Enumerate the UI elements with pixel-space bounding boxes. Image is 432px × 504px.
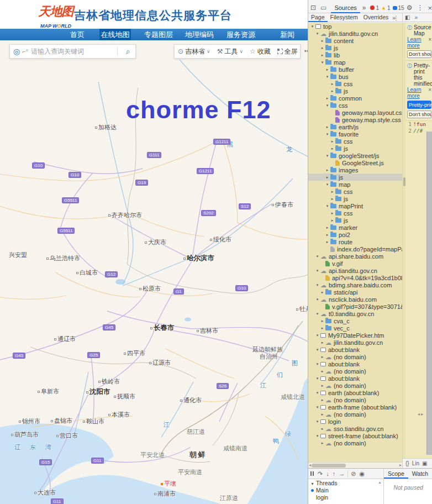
tree-closed-icon[interactable]: ▸ bbox=[330, 89, 335, 93]
tab-filesystem[interactable]: Filesystem bbox=[328, 13, 361, 22]
tree-open-icon[interactable]: ▾ bbox=[315, 405, 320, 410]
close-icon[interactable]: × bbox=[428, 87, 431, 99]
tree-open-icon[interactable]: ▾ bbox=[315, 283, 320, 287]
tree-open-icon[interactable]: ▾ bbox=[315, 434, 320, 438]
hide-navigator-icon[interactable]: ◧ bbox=[403, 14, 412, 20]
tree-item[interactable]: ▾☁api.tianditu.gov.cn bbox=[308, 267, 402, 274]
error-badge[interactable]: 1 bbox=[370, 5, 379, 11]
tree-item[interactable]: ▸js bbox=[308, 174, 402, 181]
settings-gear-icon[interactable]: ⚙ bbox=[404, 4, 415, 12]
thread-item-login[interactable]: login bbox=[308, 494, 383, 501]
messages-badge[interactable]: 15 bbox=[393, 5, 404, 11]
tree-item[interactable]: ▸☁(no domain) bbox=[308, 353, 402, 360]
more-icon[interactable]: » bbox=[412, 14, 420, 20]
tree-item[interactable]: ▸☁(no domain) bbox=[308, 396, 402, 403]
tree-closed-icon[interactable]: ▸ bbox=[320, 427, 325, 431]
tree-item[interactable]: v.gif bbox=[308, 260, 402, 267]
tree-item[interactable]: ▸static/api bbox=[308, 288, 402, 296]
scroll-right-icon[interactable]: ▸ bbox=[399, 463, 402, 468]
tree-item[interactable]: ▾map bbox=[308, 59, 402, 66]
more-button[interactable]: ••• bbox=[301, 48, 308, 55]
tree-item[interactable]: ▸☁jilin.tianditu.gov.cn bbox=[308, 339, 402, 346]
tree-item[interactable]: GoogleStreet.js bbox=[308, 159, 402, 166]
tree-item[interactable]: ▾googleStreet/js bbox=[308, 152, 402, 159]
tree-item[interactable]: ▾login bbox=[308, 418, 402, 425]
tree-item[interactable]: ▸css bbox=[308, 188, 402, 195]
prettyprint-button[interactable]: Pretty-print bbox=[407, 101, 431, 109]
tree-closed-icon[interactable]: ▸ bbox=[320, 384, 325, 388]
nav-item-0[interactable]: 首页 bbox=[64, 29, 91, 40]
tree-item[interactable]: ▾favorite bbox=[308, 130, 402, 138]
tree-item[interactable]: ▸poi2 bbox=[308, 231, 402, 238]
tree-closed-icon[interactable]: ▸ bbox=[325, 168, 330, 172]
tree-item[interactable]: ▾street-frame (about:blank) bbox=[308, 432, 402, 439]
tree-closed-icon[interactable]: ▸ bbox=[320, 39, 325, 43]
step-out-icon[interactable]: ↑ bbox=[331, 470, 338, 477]
more-tabs-icon[interactable]: » bbox=[360, 4, 368, 12]
learn-more-link[interactable]: Learn more bbox=[407, 36, 427, 49]
tree-item[interactable]: ▸buffer bbox=[308, 66, 402, 73]
tree-closed-icon[interactable]: ▸ bbox=[330, 211, 335, 216]
tree-item[interactable]: ▸vec_c bbox=[308, 324, 402, 332]
tree-closed-icon[interactable]: ▸ bbox=[325, 240, 330, 244]
tree-item[interactable]: ▾bus bbox=[308, 73, 402, 80]
search-icon[interactable]: ⌕ bbox=[121, 47, 135, 56]
step-icon[interactable]: → bbox=[337, 470, 346, 477]
tree-item[interactable]: ▸images bbox=[308, 166, 402, 174]
dont-show-button[interactable]: Don't show a bbox=[407, 111, 431, 118]
threads-header[interactable]: ▼Threads bbox=[308, 479, 383, 487]
tab-watch[interactable]: Watch bbox=[408, 469, 432, 479]
nav-item-3[interactable]: 地理编码 bbox=[185, 29, 214, 40]
tree-item[interactable]: ▸earth/js bbox=[308, 123, 402, 130]
device-toolbar-icon[interactable]: ▭ bbox=[318, 4, 329, 12]
tree-closed-icon[interactable]: ▸ bbox=[330, 197, 335, 201]
tree-open-icon[interactable]: ▾ bbox=[315, 254, 320, 259]
tree-item[interactable]: ▾☁bdimg.share.baidu.com bbox=[308, 281, 402, 288]
tree-closed-icon[interactable]: ▸ bbox=[320, 290, 325, 295]
tree-item[interactable]: ▸☁(no domain) bbox=[308, 382, 402, 389]
tree-item[interactable]: ▸css bbox=[308, 138, 402, 145]
tree-closed-icon[interactable]: ▸ bbox=[330, 218, 335, 223]
coverage-braces[interactable]: {} bbox=[405, 460, 409, 466]
tree-item[interactable]: ▾earth-frame (about:blank) bbox=[308, 403, 402, 411]
tree-item[interactable]: ▸css bbox=[308, 80, 402, 87]
kebab-menu-icon[interactable]: ⋮ bbox=[393, 14, 399, 21]
tree-open-icon[interactable]: ▾ bbox=[325, 132, 330, 136]
tree-item[interactable]: geoway.map.style.css bbox=[308, 116, 402, 123]
tree-item[interactable]: ▸route bbox=[308, 238, 402, 245]
tree-closed-icon[interactable]: ▸ bbox=[325, 96, 330, 101]
tree-item[interactable]: ▸☁(no domain) bbox=[308, 368, 402, 375]
tree-open-icon[interactable]: ▾ bbox=[315, 419, 320, 424]
fullscreen-button[interactable]: 全屏 bbox=[274, 47, 301, 56]
tree-closed-icon[interactable]: ▸ bbox=[330, 139, 335, 144]
tree-item[interactable]: ▾map bbox=[308, 181, 402, 188]
step-over-icon[interactable]: ↷ bbox=[316, 470, 324, 477]
tree-open-icon[interactable]: ▾ bbox=[315, 348, 320, 352]
tree-closed-icon[interactable]: ▸ bbox=[320, 369, 325, 374]
tree-item[interactable]: ▸js bbox=[308, 87, 402, 95]
tree-open-icon[interactable]: ▾ bbox=[325, 182, 330, 187]
tree-horizontal-scrollbar[interactable]: ◂ ▸ bbox=[308, 462, 402, 468]
tree-item[interactable]: ▾top bbox=[308, 23, 402, 30]
favorite-button[interactable]: ☆ 收藏 bbox=[246, 47, 274, 56]
tree-item[interactable]: ▾☁t0.tianditu.gov.cn bbox=[308, 310, 402, 317]
close-icon[interactable]: × bbox=[428, 36, 431, 49]
tree-item[interactable]: ▾about:blank bbox=[308, 375, 402, 382]
kebab-menu-icon[interactable]: ⋮ bbox=[414, 4, 425, 12]
tree-closed-icon[interactable]: ▸ bbox=[330, 190, 335, 194]
tree-item[interactable]: ▾about:blank bbox=[308, 346, 402, 353]
tree-item[interactable]: ▾☁api.share.baidu.com bbox=[308, 253, 402, 260]
tree-item[interactable]: ▸common bbox=[308, 95, 402, 102]
tree-item[interactable]: ▸js bbox=[308, 44, 402, 51]
tree-closed-icon[interactable]: ▸ bbox=[320, 412, 325, 417]
scroll-up-icon[interactable]: ▲ bbox=[378, 480, 382, 484]
deactivate-breakpoints-icon[interactable]: ⊘ bbox=[349, 470, 357, 477]
pause-icon[interactable] bbox=[310, 471, 314, 476]
tree-closed-icon[interactable]: ▸ bbox=[320, 326, 325, 330]
pause-on-exceptions-icon[interactable]: ◉ bbox=[357, 470, 366, 477]
scroll-left-icon[interactable]: ◂ bbox=[309, 463, 311, 468]
tree-open-icon[interactable]: ▾ bbox=[315, 297, 320, 302]
close-icon[interactable]: × bbox=[425, 4, 432, 12]
tree-item[interactable]: ▾about:blank bbox=[308, 360, 402, 368]
province-dropdown[interactable]: ⊙ 吉林省 ∨ bbox=[175, 47, 214, 56]
